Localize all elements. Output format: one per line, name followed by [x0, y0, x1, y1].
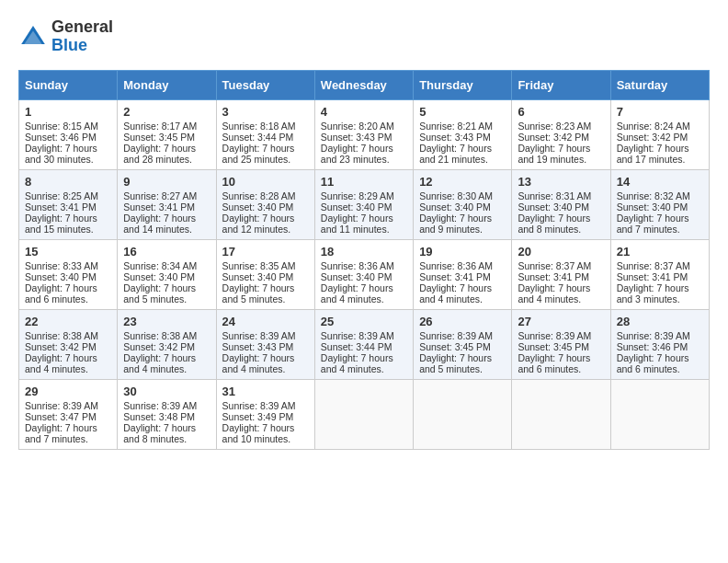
calendar-col-header: Thursday [414, 70, 512, 99]
sunset-text: Sunset: 3:44 PM [321, 341, 392, 352]
logo-general: General [51, 17, 113, 36]
logo-text: General Blue [51, 18, 113, 55]
calendar-day-cell [512, 379, 610, 449]
day-number: 5 [419, 105, 506, 119]
sunrise-text: Sunrise: 8:36 AM [321, 260, 394, 271]
sunset-text: Sunset: 3:48 PM [123, 411, 195, 422]
daylight-text: Daylight: 7 hours and 21 minutes. [419, 143, 492, 165]
daylight-text: Daylight: 7 hours and 5 minutes. [419, 352, 492, 374]
day-number: 18 [321, 245, 407, 259]
sunrise-text: Sunrise: 8:38 AM [25, 330, 98, 341]
calendar-day-cell: 27Sunrise: 8:39 AMSunset: 3:45 PMDayligh… [512, 309, 610, 379]
daylight-text: Daylight: 7 hours and 4 minutes. [222, 352, 295, 374]
daylight-text: Daylight: 7 hours and 4 minutes. [25, 352, 97, 374]
day-number: 16 [123, 245, 210, 259]
day-number: 20 [518, 245, 604, 259]
sunrise-text: Sunrise: 8:32 AM [617, 190, 690, 201]
sunset-text: Sunset: 3:41 PM [123, 201, 195, 213]
daylight-text: Daylight: 7 hours and 4 minutes. [123, 352, 196, 374]
sunset-text: Sunset: 3:40 PM [321, 201, 392, 213]
calendar-day-cell: 30Sunrise: 8:39 AMSunset: 3:48 PMDayligh… [118, 379, 216, 449]
day-number: 8 [25, 175, 111, 189]
sunrise-text: Sunrise: 8:15 AM [25, 121, 98, 132]
sunset-text: Sunset: 3:43 PM [321, 132, 392, 143]
calendar-day-cell: 14Sunrise: 8:32 AMSunset: 3:40 PMDayligh… [610, 169, 709, 239]
sunrise-text: Sunrise: 8:21 AM [419, 121, 493, 132]
calendar-day-cell: 4Sunrise: 8:20 AMSunset: 3:43 PMDaylight… [314, 99, 413, 169]
calendar-col-header: Saturday [610, 70, 709, 99]
day-number: 19 [419, 245, 506, 259]
calendar-week-row: 22Sunrise: 8:38 AMSunset: 3:42 PMDayligh… [19, 309, 710, 379]
daylight-text: Daylight: 7 hours and 5 minutes. [123, 282, 196, 304]
calendar-day-cell: 31Sunrise: 8:39 AMSunset: 3:49 PMDayligh… [216, 379, 314, 449]
daylight-text: Daylight: 7 hours and 14 minutes. [123, 213, 196, 235]
daylight-text: Daylight: 7 hours and 6 minutes. [518, 352, 590, 374]
calendar-col-header: Monday [118, 70, 216, 99]
daylight-text: Daylight: 7 hours and 9 minutes. [419, 213, 492, 235]
daylight-text: Daylight: 7 hours and 4 minutes. [321, 352, 393, 374]
day-number: 15 [25, 245, 111, 259]
sunset-text: Sunset: 3:41 PM [518, 271, 589, 282]
daylight-text: Daylight: 7 hours and 30 minutes. [25, 143, 97, 165]
page-header: General Blue [18, 18, 710, 55]
sunset-text: Sunset: 3:42 PM [25, 341, 97, 352]
daylight-text: Daylight: 7 hours and 7 minutes. [617, 213, 689, 235]
calendar-day-cell: 17Sunrise: 8:35 AMSunset: 3:40 PMDayligh… [216, 239, 314, 309]
day-number: 14 [617, 175, 703, 189]
calendar-day-cell: 7Sunrise: 8:24 AMSunset: 3:42 PMDaylight… [610, 99, 709, 169]
calendar-day-cell: 29Sunrise: 8:39 AMSunset: 3:47 PMDayligh… [19, 379, 118, 449]
daylight-text: Daylight: 7 hours and 15 minutes. [25, 213, 97, 235]
sunset-text: Sunset: 3:42 PM [617, 132, 688, 143]
sunrise-text: Sunrise: 8:39 AM [419, 330, 493, 341]
sunrise-text: Sunrise: 8:29 AM [321, 190, 394, 201]
calendar-day-cell: 24Sunrise: 8:39 AMSunset: 3:43 PMDayligh… [216, 309, 314, 379]
calendar-day-cell: 18Sunrise: 8:36 AMSunset: 3:40 PMDayligh… [314, 239, 413, 309]
daylight-text: Daylight: 7 hours and 28 minutes. [123, 143, 196, 165]
day-number: 23 [123, 315, 210, 328]
generalblue-logo-icon [18, 22, 48, 52]
daylight-text: Daylight: 7 hours and 8 minutes. [123, 422, 196, 444]
sunrise-text: Sunrise: 8:39 AM [222, 330, 296, 341]
calendar-day-cell: 1Sunrise: 8:15 AMSunset: 3:46 PMDaylight… [19, 99, 118, 169]
sunrise-text: Sunrise: 8:27 AM [123, 190, 197, 201]
sunset-text: Sunset: 3:41 PM [419, 271, 491, 282]
day-number: 30 [123, 385, 210, 398]
daylight-text: Daylight: 7 hours and 4 minutes. [321, 282, 393, 304]
sunrise-text: Sunrise: 8:39 AM [123, 400, 197, 411]
calendar-col-header: Wednesday [314, 70, 413, 99]
sunrise-text: Sunrise: 8:36 AM [419, 260, 493, 271]
day-number: 4 [321, 105, 407, 119]
calendar-day-cell: 10Sunrise: 8:28 AMSunset: 3:40 PMDayligh… [216, 169, 314, 239]
sunrise-text: Sunrise: 8:39 AM [617, 330, 690, 341]
sunrise-text: Sunrise: 8:39 AM [25, 400, 98, 411]
sunrise-text: Sunrise: 8:34 AM [123, 260, 197, 271]
logo-blue: Blue [51, 36, 87, 54]
daylight-text: Daylight: 7 hours and 23 minutes. [321, 143, 393, 165]
day-number: 2 [123, 105, 210, 119]
sunset-text: Sunset: 3:46 PM [617, 341, 688, 352]
sunrise-text: Sunrise: 8:35 AM [222, 260, 296, 271]
sunset-text: Sunset: 3:43 PM [222, 341, 294, 352]
sunset-text: Sunset: 3:43 PM [419, 132, 491, 143]
sunrise-text: Sunrise: 8:25 AM [25, 190, 98, 201]
calendar-day-cell: 15Sunrise: 8:33 AMSunset: 3:40 PMDayligh… [19, 239, 118, 309]
calendar-day-cell: 12Sunrise: 8:30 AMSunset: 3:40 PMDayligh… [414, 169, 512, 239]
calendar-day-cell [610, 379, 709, 449]
sunrise-text: Sunrise: 8:31 AM [518, 190, 591, 201]
day-number: 10 [222, 175, 309, 189]
calendar-day-cell: 23Sunrise: 8:38 AMSunset: 3:42 PMDayligh… [118, 309, 216, 379]
day-number: 24 [222, 315, 309, 328]
daylight-text: Daylight: 7 hours and 17 minutes. [617, 143, 689, 165]
day-number: 29 [25, 385, 111, 398]
sunset-text: Sunset: 3:40 PM [123, 271, 195, 282]
calendar-day-cell: 25Sunrise: 8:39 AMSunset: 3:44 PMDayligh… [314, 309, 413, 379]
sunset-text: Sunset: 3:41 PM [25, 201, 97, 213]
calendar-week-row: 29Sunrise: 8:39 AMSunset: 3:47 PMDayligh… [19, 379, 710, 449]
daylight-text: Daylight: 7 hours and 6 minutes. [617, 352, 689, 374]
daylight-text: Daylight: 7 hours and 8 minutes. [518, 213, 590, 235]
sunset-text: Sunset: 3:42 PM [123, 341, 195, 352]
sunrise-text: Sunrise: 8:37 AM [617, 260, 690, 271]
daylight-text: Daylight: 7 hours and 3 minutes. [617, 282, 689, 304]
calendar-day-cell: 19Sunrise: 8:36 AMSunset: 3:41 PMDayligh… [414, 239, 512, 309]
calendar-body: 1Sunrise: 8:15 AMSunset: 3:46 PMDaylight… [19, 99, 710, 449]
